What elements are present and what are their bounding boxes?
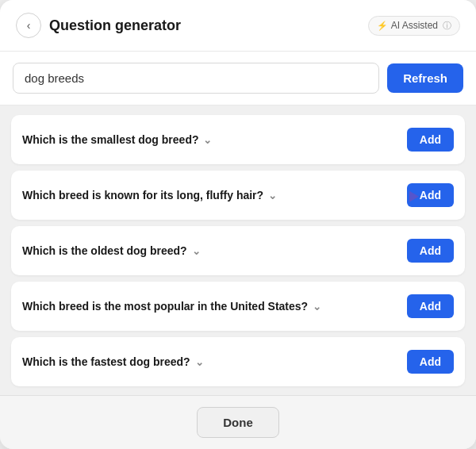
search-input[interactable] (13, 63, 379, 94)
chevron-down-icon-1: ⌄ (203, 134, 212, 146)
question-text-2: Which breed is known for its long, fluff… (22, 189, 277, 201)
question-text-1: Which is the smallest dog breed? ⌄ (22, 133, 212, 146)
question-card-4: Which breed is the most popular in the U… (11, 282, 465, 331)
question-card-5: Which is the fastest dog breed? ⌄ Add (11, 337, 465, 386)
footer: Done (0, 395, 476, 449)
add-button-1[interactable]: Add (407, 128, 454, 152)
question-text-3: Which is the oldest dog breed? ⌄ (22, 244, 201, 257)
question-card-3: Which is the oldest dog breed? ⌄ Add (11, 226, 465, 275)
page-title: Question generator (49, 17, 181, 34)
question-text-4: Which breed is the most popular in the U… (22, 300, 321, 313)
question-card-2: Which breed is known for its long, fluff… (11, 171, 465, 220)
add-button-4[interactable]: Add (407, 294, 454, 318)
search-bar-area: Refresh (0, 52, 476, 106)
chevron-down-icon-5: ⌄ (195, 356, 204, 368)
add-button-5[interactable]: Add (407, 350, 454, 374)
add-button-2[interactable]: Add (407, 183, 454, 207)
chevron-down-icon-3: ⌄ (192, 245, 201, 257)
questions-list: Which is the smallest dog breed? ⌄ Add W… (0, 106, 476, 395)
add-button-3[interactable]: Add (407, 239, 454, 263)
back-button[interactable]: ‹ (16, 13, 41, 38)
done-button[interactable]: Done (197, 407, 279, 438)
question-card-1: Which is the smallest dog breed? ⌄ Add (11, 115, 465, 164)
chevron-down-icon-2: ⌄ (268, 190, 277, 201)
header-left: ‹ Question generator (16, 13, 181, 38)
refresh-button[interactable]: Refresh (387, 63, 463, 93)
question-text-5: Which is the fastest dog breed? ⌄ (22, 355, 204, 368)
ai-info-icon: ⓘ (443, 20, 451, 32)
ai-badge-label: AI Assisted (391, 20, 438, 31)
ai-badge: ⚡ AI Assisted ⓘ (368, 16, 460, 36)
app-container: ‹ Question generator ⚡ AI Assisted ⓘ Ref… (0, 0, 476, 449)
chevron-down-icon-4: ⌄ (313, 301, 321, 313)
ai-icon: ⚡ (377, 21, 388, 31)
header: ‹ Question generator ⚡ AI Assisted ⓘ (0, 0, 476, 52)
